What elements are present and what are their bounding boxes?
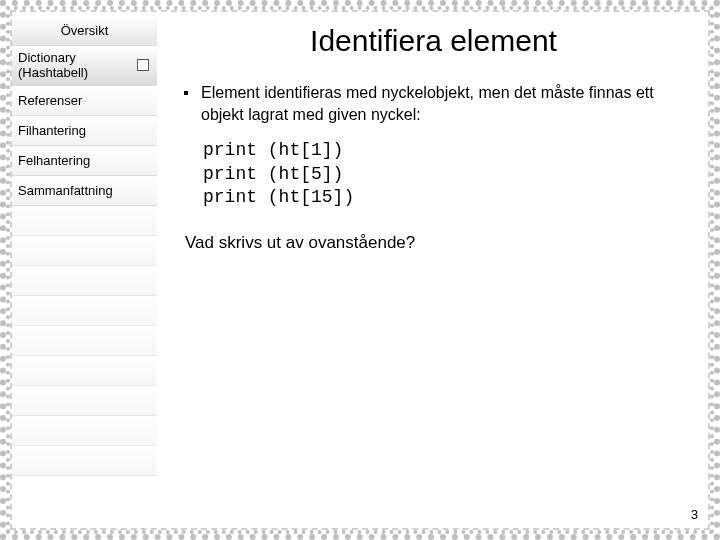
sidebar-item-sammanfattning[interactable]: Sammanfattning [12, 176, 157, 206]
sidebar-item-empty [12, 236, 157, 266]
sidebar-item-empty [12, 296, 157, 326]
slide: Översikt Dictionary (Hashtabell) Referen… [0, 0, 720, 540]
code-line: print (ht[5]) [203, 164, 343, 184]
sidebar-item-referenser[interactable]: Referenser [12, 86, 157, 116]
sidebar-item-empty [12, 446, 157, 476]
bullet-list: Element identifieras med nyckelobjekt, m… [183, 82, 694, 125]
sidebar-item-label: Felhantering [18, 153, 90, 168]
sidebar-item-empty [12, 356, 157, 386]
sidebar-item-filhantering[interactable]: Filhantering [12, 116, 157, 146]
sidebar-item-empty [12, 326, 157, 356]
bullet-item: Element identifieras med nyckelobjekt, m… [183, 82, 694, 125]
sidebar-item-empty [12, 206, 157, 236]
code-line: print (ht[15]) [203, 187, 354, 207]
sidebar-item-empty [12, 386, 157, 416]
sidebar-header-label: Översikt [61, 23, 109, 38]
sidebar-item-felhantering[interactable]: Felhantering [12, 146, 157, 176]
bullet-icon [183, 82, 189, 125]
sidebar-item-label: Dictionary (Hashtabell) [18, 51, 88, 81]
page-number: 3 [691, 507, 698, 522]
code-block: print (ht[1]) print (ht[5]) print (ht[15… [203, 139, 694, 209]
sidebar: Översikt Dictionary (Hashtabell) Referen… [12, 12, 157, 528]
question-text: Vad skrivs ut av ovanstående? [185, 233, 694, 253]
page-title: Identifiera element [173, 24, 694, 58]
sidebar-item-label: Sammanfattning [18, 183, 113, 198]
sidebar-item-label: Filhantering [18, 123, 86, 138]
sidebar-item-dictionary[interactable]: Dictionary (Hashtabell) [12, 46, 157, 86]
sidebar-item-empty [12, 416, 157, 446]
sidebar-header: Översikt [12, 16, 157, 46]
code-line: print (ht[1]) [203, 140, 343, 160]
bullet-text: Element identifieras med nyckelobjekt, m… [201, 82, 694, 125]
sidebar-item-label: Referenser [18, 93, 82, 108]
main-panel: Identifiera element Element identifieras… [157, 12, 708, 528]
content-area: Översikt Dictionary (Hashtabell) Referen… [12, 12, 708, 528]
sidebar-item-empty [12, 266, 157, 296]
